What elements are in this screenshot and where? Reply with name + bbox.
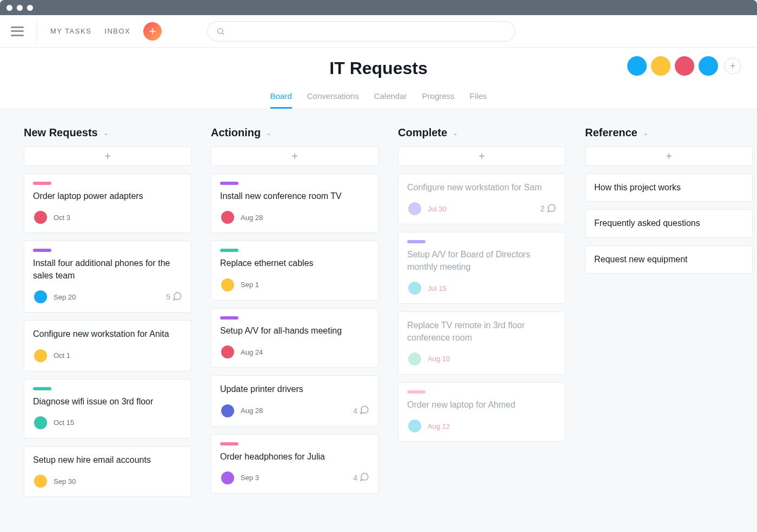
assignee-avatar[interactable] — [220, 210, 235, 225]
project-members: + — [626, 55, 741, 77]
assignee-avatar[interactable] — [407, 201, 422, 216]
assignee-avatar[interactable] — [220, 277, 235, 292]
board-column: Actioning⌄+Install new conference room T… — [211, 127, 378, 501]
card-footer: Oct 3 — [33, 210, 182, 225]
add-member-button[interactable]: + — [725, 58, 741, 74]
column-header[interactable]: Complete⌄ — [398, 127, 566, 139]
task-card[interactable]: Request new equipment — [585, 245, 753, 274]
card-date: Aug 28 — [241, 407, 263, 415]
comment-icon — [172, 291, 182, 303]
traffic-light-close[interactable] — [6, 5, 12, 11]
tab-board[interactable]: Board — [270, 91, 292, 109]
search-icon — [216, 27, 225, 36]
assignee-avatar[interactable] — [33, 474, 48, 489]
plus-icon: + — [730, 61, 736, 72]
column-header[interactable]: Reference⌄ — [585, 127, 753, 139]
chevron-down-icon: ⌄ — [453, 129, 458, 137]
board: New Requests⌄+Order laptop power adapter… — [0, 109, 757, 522]
task-card[interactable]: Configure new workstation for AnitaOct 1 — [24, 320, 191, 371]
card-date: Jul 15 — [428, 284, 447, 292]
top-bar: MY TASKS INBOX + — [0, 15, 757, 48]
task-card[interactable]: Frequently asked questions — [585, 209, 753, 237]
assignee-avatar[interactable] — [220, 470, 235, 486]
project-tabs: Board Conversations Calendar Progress Fi… — [0, 91, 757, 109]
column-header[interactable]: Actioning⌄ — [211, 127, 378, 139]
assignee-avatar[interactable] — [33, 348, 48, 363]
add-card-button[interactable]: + — [211, 147, 378, 166]
card-footer: Aug 28 — [220, 210, 369, 225]
task-card[interactable]: Install four additional phones for the s… — [24, 241, 191, 312]
add-card-button[interactable]: + — [398, 147, 566, 166]
nav-inbox[interactable]: INBOX — [104, 27, 130, 35]
comment-icon — [360, 405, 369, 416]
task-card[interactable]: Order headphones for JuliaSep 34 — [211, 434, 378, 494]
card-tag — [407, 390, 426, 394]
assignee-avatar[interactable] — [220, 344, 235, 360]
tab-files[interactable]: Files — [470, 91, 487, 109]
task-card[interactable]: Setup A/V for all-hands meetingAug 24 — [211, 308, 378, 368]
card-footer: Sep 34 — [220, 470, 369, 486]
card-title: Diagnose wifi issue on 3rd floor — [33, 396, 182, 408]
add-card-button[interactable]: + — [585, 147, 753, 166]
card-title: Configure new workstation for Anita — [33, 328, 182, 340]
assignee-avatar[interactable] — [407, 351, 422, 367]
assignee-avatar[interactable] — [33, 415, 48, 430]
task-card[interactable]: How this project works — [585, 174, 753, 202]
card-date: Sep 1 — [241, 281, 259, 289]
search-input[interactable] — [207, 21, 515, 42]
tab-calendar[interactable]: Calendar — [374, 91, 407, 109]
card-date: Oct 1 — [54, 351, 70, 360]
tab-progress[interactable]: Progress — [422, 91, 455, 109]
task-card[interactable]: Order new laptop for AhmedAug 12 — [398, 382, 566, 442]
traffic-light-max[interactable] — [27, 5, 33, 11]
card-footer: Sep 205 — [33, 289, 182, 304]
divider — [37, 21, 37, 42]
global-add-button[interactable]: + — [143, 22, 162, 41]
member-avatar[interactable] — [674, 55, 695, 77]
add-card-button[interactable]: + — [24, 147, 191, 166]
card-comments[interactable]: 5 — [166, 291, 182, 303]
member-avatar[interactable] — [650, 55, 672, 77]
task-card[interactable]: Update printer driversAug 284 — [211, 375, 378, 426]
card-tag — [33, 182, 51, 185]
card-tag — [220, 316, 238, 320]
assignee-avatar[interactable] — [33, 289, 48, 304]
member-avatar[interactable] — [698, 55, 719, 77]
task-card[interactable]: Setup new hire email accountsSep 30 — [24, 446, 191, 497]
nav-my-tasks[interactable]: MY TASKS — [50, 27, 91, 35]
task-card[interactable]: Replace ethernet cablesSep 1 — [211, 241, 378, 300]
menu-icon[interactable] — [11, 26, 24, 36]
card-tag — [220, 442, 238, 445]
card-comments[interactable]: 4 — [353, 405, 369, 416]
card-footer: Sep 1 — [220, 277, 369, 292]
tab-conversations[interactable]: Conversations — [307, 91, 359, 109]
comment-count: 4 — [353, 474, 357, 482]
task-card[interactable]: Replace TV remote in 3rd floor conferenc… — [398, 311, 566, 375]
card-title: Update printer drivers — [220, 383, 369, 395]
assignee-avatar[interactable] — [407, 281, 422, 296]
column-header[interactable]: New Requests⌄ — [24, 127, 191, 139]
traffic-light-min[interactable] — [17, 5, 23, 11]
comment-icon — [547, 203, 556, 215]
column-title: Reference — [585, 127, 638, 139]
task-card[interactable]: Install new conference room TVAug 28 — [211, 174, 378, 233]
card-title: Install four additional phones for the s… — [33, 257, 182, 282]
assignee-avatar[interactable] — [220, 403, 235, 418]
card-title: Setup A/V for Board of Directors monthly… — [407, 249, 556, 273]
task-card[interactable]: Order laptop power adaptersOct 3 — [24, 174, 191, 233]
assignee-avatar[interactable] — [33, 210, 48, 225]
assignee-avatar[interactable] — [407, 418, 422, 434]
task-card[interactable]: Diagnose wifi issue on 3rd floorOct 15 — [24, 379, 191, 438]
plus-icon: + — [149, 24, 156, 38]
comment-count: 2 — [540, 204, 544, 213]
task-card[interactable]: Configure new workstation for SamJul 302 — [398, 174, 566, 224]
card-comments[interactable]: 2 — [540, 203, 556, 215]
plus-icon: + — [666, 150, 672, 163]
comment-icon — [360, 472, 369, 483]
member-avatar[interactable] — [626, 55, 648, 77]
card-comments[interactable]: 4 — [353, 472, 369, 483]
board-column: Reference⌄+How this project worksFrequen… — [585, 127, 753, 281]
task-card[interactable]: Setup A/V for Board of Directors monthly… — [398, 232, 566, 304]
plus-icon: + — [479, 150, 485, 163]
card-footer: Aug 10 — [407, 351, 556, 367]
